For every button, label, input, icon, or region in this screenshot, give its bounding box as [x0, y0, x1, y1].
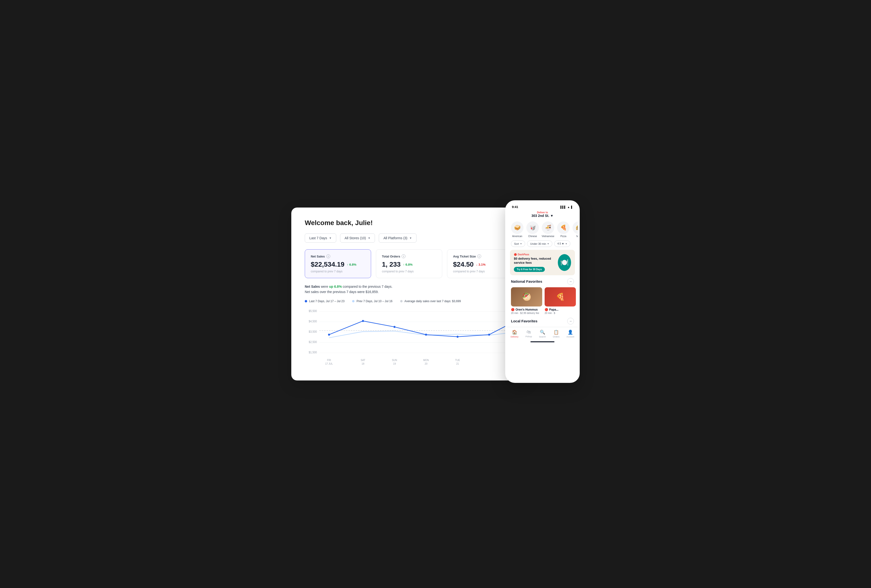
- svg-text:19: 19: [393, 363, 396, 365]
- svg-point-15: [456, 336, 459, 338]
- dd-logo-icon: 🔴: [511, 308, 515, 311]
- avg-ticket-comparison: compared to prev 7 days: [453, 270, 507, 273]
- restaurant-orens[interactable]: 🥙 🔴 Oren's Hummus 20 min · $2.99 deliver…: [511, 287, 542, 315]
- net-sales-comparison: compared to prev 7 days: [311, 270, 365, 273]
- category-chinese-icon: 🥡: [526, 221, 539, 234]
- svg-point-11: [328, 334, 330, 336]
- category-american[interactable]: 🥪 American: [511, 221, 524, 237]
- nav-search[interactable]: 🔍 Search: [539, 330, 546, 338]
- sort-chevron-icon: ▼: [520, 243, 522, 245]
- avg-ticket-info-icon[interactable]: i: [477, 254, 481, 258]
- total-orders-change: ↑ 6.8%: [403, 263, 413, 266]
- nav-orders[interactable]: 📋 Orders: [553, 330, 560, 338]
- dashpass-logo: 🔴 DashPass: [514, 253, 558, 256]
- categories-row: 🥪 American 🥡 Chinese 🍜 Vietnamese 🍕 Pizz…: [507, 219, 578, 240]
- avg-ticket-change: ↓ 3.1%: [476, 263, 486, 266]
- chart-container: $5,500 $4,500 $3,500 $2,500 $1,500: [305, 307, 513, 374]
- platforms-filter[interactable]: All Platforms (3) ▼: [379, 233, 416, 243]
- svg-text:SUN: SUN: [392, 359, 397, 361]
- sort-pill[interactable]: Sort ▼: [511, 240, 525, 247]
- rating-label: 4.5 ★: [557, 242, 564, 245]
- home-indicator: [530, 341, 554, 342]
- time-filter-label: Last 7 Days: [309, 236, 327, 240]
- category-vietnamese-icon: 🍜: [542, 221, 554, 234]
- svg-text:$4,500: $4,500: [309, 320, 317, 322]
- stores-filter[interactable]: All Stores (10) ▼: [340, 233, 375, 243]
- time-label: Under 30 min: [530, 242, 546, 245]
- national-favorites-title: National Favorites: [511, 279, 542, 284]
- restaurant-orens-info: 20 min · $2.99 delivery fee: [511, 312, 542, 315]
- time-filter-chevron: ▼: [329, 237, 332, 239]
- status-bar: 9:41 ▌▌▌ ▲ ▌: [507, 202, 578, 210]
- stores-filter-label: All Stores (10): [345, 236, 366, 240]
- rating-chevron-icon: ▼: [565, 243, 567, 245]
- nav-delivery[interactable]: 🏠 Delivery: [511, 330, 519, 338]
- net-sales-info-icon[interactable]: i: [326, 254, 330, 258]
- chart-legend: Last 7 Days, Jul 17 – Jul 23 Prev 7 Days…: [305, 300, 513, 303]
- svg-text:MON: MON: [423, 359, 429, 361]
- nav-account[interactable]: 👤 Account: [566, 330, 575, 338]
- dashpass-content: 🔴 DashPass $0 delivery fees, reduced ser…: [514, 253, 558, 272]
- legend-avg: Average daily sales over last 7 days: $3…: [400, 300, 461, 303]
- battery-icon: ▌: [571, 206, 573, 209]
- signal-icon: ▌▌▌: [560, 206, 566, 209]
- category-pizza[interactable]: 🍕 Pizza: [557, 221, 570, 237]
- time-pill[interactable]: Under 30 min ▼: [527, 240, 552, 247]
- national-restaurants-row: 🥙 🔴 Oren's Hummus 20 min · $2.99 deliver…: [507, 287, 578, 318]
- local-favorites-title: Local Favorites: [511, 319, 537, 323]
- avg-ticket-label: Avg Ticket Size i: [453, 254, 507, 258]
- net-sales-card: Net Sales i $22,534.19 ↑ 6.8% compared t…: [305, 249, 371, 278]
- dd-logo2-icon: 🔴: [545, 308, 548, 311]
- category-mex[interactable]: 🌮 Mex: [573, 221, 578, 237]
- category-chinese-label: Chinese: [528, 235, 537, 237]
- welcome-title: Welcome back, Julie!: [305, 219, 513, 227]
- svg-text:TUE: TUE: [455, 359, 460, 361]
- stats-row: Net Sales i $22,534.19 ↑ 6.8% compared t…: [305, 249, 513, 278]
- svg-text:FRI: FRI: [327, 359, 331, 361]
- nav-pickup[interactable]: 🛍 Pickup: [525, 330, 532, 338]
- svg-text:SAT: SAT: [361, 359, 365, 361]
- local-favorites-header: Local Favorites →: [507, 318, 578, 327]
- restaurant-orens-name: 🔴 Oren's Hummus: [511, 308, 542, 311]
- category-american-label: American: [512, 235, 522, 237]
- orders-label: Orders: [553, 336, 560, 338]
- restaurant-papa[interactable]: 🍕 🔴 Papa... 20 min · $: [545, 287, 576, 315]
- legend-prev: Prev 7 Days, Jul 10 – Jul 16: [352, 300, 392, 303]
- dashboard-card: Welcome back, Julie! Last 7 Days ▼ All S…: [291, 207, 527, 381]
- orders-icon: 📋: [554, 330, 559, 335]
- total-orders-info-icon[interactable]: i: [402, 254, 406, 258]
- time-filter[interactable]: Last 7 Days ▼: [305, 233, 336, 243]
- insight-line2: Net sales over the previous 7 days were …: [305, 289, 513, 294]
- total-orders-value: 1, 233 ↑ 6.8%: [382, 261, 436, 268]
- search-label: Search: [539, 336, 546, 338]
- dashpass-logo-text: DashPass: [518, 253, 529, 256]
- category-vietnamese-label: Vietnamese: [542, 235, 554, 237]
- legend-current: Last 7 Days, Jul 17 – Jul 23: [305, 300, 344, 303]
- deliver-to[interactable]: Deliver to 303 2nd St. ▼: [507, 210, 578, 219]
- deliver-to-label: Deliver to: [507, 211, 578, 214]
- rating-pill[interactable]: 4.5 ★ ▼: [554, 240, 570, 247]
- category-pizza-label: Pizza: [560, 235, 566, 237]
- insight-text: Net Sales were up 6.8% compared to the p…: [305, 284, 513, 295]
- svg-text:$3,500: $3,500: [309, 330, 317, 333]
- category-vietnamese[interactable]: 🍜 Vietnamese: [542, 221, 554, 237]
- mobile-card: 9:41 ▌▌▌ ▲ ▌ Deliver to 303 2nd St. ▼ 🥪 …: [505, 200, 580, 383]
- avg-ticket-value: $24.50 ↓ 3.1%: [453, 261, 507, 268]
- filter-pills: Sort ▼ Under 30 min ▼ 4.5 ★ ▼: [507, 240, 578, 250]
- account-label: Account: [566, 336, 575, 338]
- restaurant-papa-info: 20 min · $: [545, 312, 576, 315]
- total-orders-comparison: compared to prev 7 days: [382, 270, 436, 273]
- wifi-icon: ▲: [567, 206, 570, 209]
- stores-filter-chevron: ▼: [368, 237, 371, 239]
- bottom-nav: 🏠 Delivery 🛍 Pickup 🔍 Search 📋 Orders 👤: [507, 327, 578, 340]
- avg-ticket-card: Avg Ticket Size i $24.50 ↓ 3.1% compared…: [447, 249, 513, 278]
- dashpass-try-button[interactable]: Try It Free for 30 Days: [514, 267, 545, 272]
- platforms-filter-chevron: ▼: [409, 237, 412, 239]
- local-favorites-arrow[interactable]: →: [567, 318, 574, 324]
- deliver-to-address: 303 2nd St. ▼: [507, 214, 578, 218]
- national-favorites-header: National Favorites →: [507, 278, 578, 287]
- national-favorites-arrow[interactable]: →: [567, 278, 574, 285]
- svg-point-13: [394, 326, 395, 328]
- category-chinese[interactable]: 🥡 Chinese: [526, 221, 539, 237]
- platforms-filter-label: All Platforms (3): [383, 236, 407, 240]
